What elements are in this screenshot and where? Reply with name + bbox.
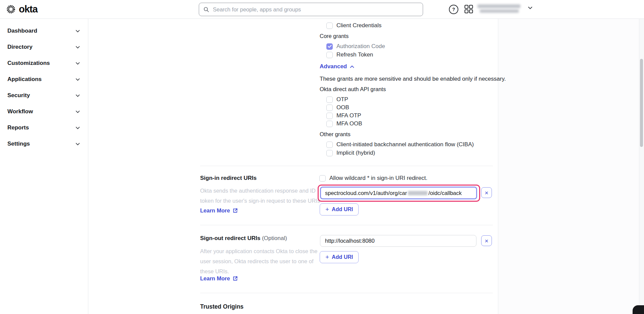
checkbox-icon[interactable]: [319, 175, 326, 182]
corner-widget[interactable]: [633, 305, 644, 314]
authorization-code-label: Authorization Code: [336, 43, 385, 50]
checkbox-checked-icon[interactable]: [326, 43, 333, 50]
account-name-redacted: [477, 4, 520, 8]
checkbox-icon[interactable]: [326, 105, 333, 111]
topbar: okta ?: [0, 0, 644, 19]
close-icon: ×: [485, 238, 488, 244]
chevron-down-icon: [76, 126, 80, 129]
chevron-down-icon: [76, 143, 80, 146]
checkbox-icon[interactable]: [326, 142, 333, 148]
signin-learn-more-link[interactable]: Learn More: [200, 207, 238, 214]
account-org-redacted: [480, 9, 519, 13]
sidebar-item-label: Security: [7, 92, 30, 99]
add-signin-uri-button[interactable]: + Add URI: [320, 203, 359, 215]
sidebar-item-label: Workflow: [7, 108, 33, 115]
allow-wildcard-checkbox[interactable]: Allow wildcard * in sign-in URI redirect…: [319, 174, 427, 182]
sidebar-item-label: Settings: [7, 141, 30, 147]
external-link-icon: [233, 208, 238, 213]
optional-tag: (Optional): [262, 235, 287, 241]
sidebar-item-label: Dashboard: [7, 28, 37, 34]
checkmark-icon: [328, 45, 332, 48]
sidebar-item-label: Applications: [7, 76, 42, 83]
sidebar-item-customizations[interactable]: Customizations: [0, 55, 88, 71]
uri-prefix-text: spectrocloud.com/v1/auth/org/car: [325, 190, 407, 196]
otp-checkbox[interactable]: OTP: [326, 95, 348, 104]
oob-label: OOB: [336, 104, 349, 111]
help-button[interactable]: ?: [449, 5, 458, 14]
sidebar-item-security[interactable]: Security: [0, 87, 88, 104]
chevron-down-icon: [76, 78, 80, 81]
signin-redirect-uri-input[interactable]: spectrocloud.com/v1/auth/org/car/oidc/ca…: [320, 187, 477, 199]
signout-redirect-uri-input[interactable]: [320, 235, 476, 247]
checkbox-icon[interactable]: [326, 96, 333, 103]
content-right-border: [498, 18, 498, 314]
other-grants-label: Other grants: [320, 131, 351, 138]
sidebar-item-label: Customizations: [7, 60, 50, 67]
scrollbar-thumb[interactable]: [640, 59, 643, 147]
page-background: [498, 18, 639, 314]
uri-redacted-segment: [408, 191, 427, 195]
search-input[interactable]: [212, 6, 418, 13]
add-uri-label: Add URI: [332, 206, 353, 212]
checkbox-icon[interactable]: [326, 113, 333, 119]
sidebar-item-reports[interactable]: Reports: [0, 120, 88, 136]
advanced-toggle[interactable]: Advanced: [320, 63, 354, 70]
chevron-down-icon: [76, 62, 80, 65]
signout-description: After your application contacts Okta to …: [200, 246, 327, 276]
authorization-code-checkbox[interactable]: Authorization Code: [326, 42, 385, 50]
remove-signout-uri-button[interactable]: ×: [481, 235, 492, 246]
section-divider: [200, 166, 493, 166]
signout-redirect-uris-label: Sign-out redirect URIs (Optional): [200, 235, 287, 242]
account-menu[interactable]: [477, 3, 536, 15]
oob-checkbox[interactable]: OOB: [326, 104, 349, 112]
sidebar-item-label: Directory: [7, 44, 33, 50]
refresh-token-checkbox[interactable]: Refresh Token: [326, 51, 373, 59]
sidebar-item-workflow[interactable]: Workflow: [0, 104, 88, 120]
sidebar-item-applications[interactable]: Applications: [0, 71, 88, 87]
ciba-checkbox[interactable]: Client-initiated backchannel authenticat…: [326, 141, 474, 149]
okta-logo[interactable]: okta: [6, 4, 38, 14]
advanced-label: Advanced: [320, 63, 347, 70]
direct-auth-grants-label: Okta direct auth API grants: [320, 86, 386, 92]
sidebar-item-directory[interactable]: Directory: [0, 39, 88, 55]
implicit-hybrid-label: Implicit (hybrid): [336, 150, 375, 156]
plus-icon: +: [325, 253, 329, 261]
chevron-down-icon: [76, 30, 80, 33]
signin-redirect-uris-label: Sign-in redirect URIs: [200, 175, 257, 182]
chevron-down-icon: [528, 6, 533, 9]
sidebar: Dashboard Directory Customizations Appli…: [0, 18, 88, 314]
chevron-down-icon: [76, 110, 80, 113]
chevron-down-icon: [76, 46, 80, 49]
checkbox-icon[interactable]: [326, 52, 333, 58]
apps-grid-button[interactable]: [464, 5, 473, 13]
section-divider: [200, 293, 493, 293]
mfa-oob-checkbox[interactable]: MFA OOB: [326, 120, 362, 128]
external-link-icon: [233, 276, 238, 281]
checkbox-icon[interactable]: [326, 23, 333, 29]
checkbox-icon[interactable]: [326, 150, 333, 156]
mfa-otp-checkbox[interactable]: MFA OTP: [326, 112, 361, 120]
sidebar-item-dashboard[interactable]: Dashboard: [0, 23, 88, 39]
help-icon: ?: [449, 5, 458, 14]
okta-wordmark: okta: [19, 4, 38, 14]
plus-icon: +: [325, 206, 329, 213]
signout-learn-more-link[interactable]: Learn More: [200, 275, 238, 282]
chevron-down-icon: [76, 94, 80, 97]
remove-signin-uri-button[interactable]: ×: [481, 187, 492, 198]
add-signout-uri-button[interactable]: + Add URI: [320, 251, 359, 263]
signout-label-text: Sign-out redirect URIs: [200, 235, 260, 241]
client-credentials-checkbox[interactable]: Client Credentials: [326, 22, 381, 30]
allow-wildcard-label: Allow wildcard * in sign-in URI redirect…: [329, 175, 427, 182]
okta-logo-icon: [6, 5, 15, 14]
uri-suffix-text: /oidc/callback: [428, 190, 462, 196]
otp-label: OTP: [336, 96, 348, 103]
global-search[interactable]: [199, 3, 423, 16]
checkbox-icon[interactable]: [326, 121, 333, 127]
mfa-otp-label: MFA OTP: [336, 112, 361, 119]
okta-admin-console: okta ?: [0, 0, 644, 314]
implicit-hybrid-checkbox[interactable]: Implicit (hybrid): [326, 149, 375, 157]
sidebar-item-settings[interactable]: Settings: [0, 136, 88, 152]
ciba-label: Client-initiated backchannel authenticat…: [336, 141, 474, 148]
mfa-oob-label: MFA OOB: [336, 120, 362, 127]
sidebar-item-label: Reports: [7, 124, 29, 131]
